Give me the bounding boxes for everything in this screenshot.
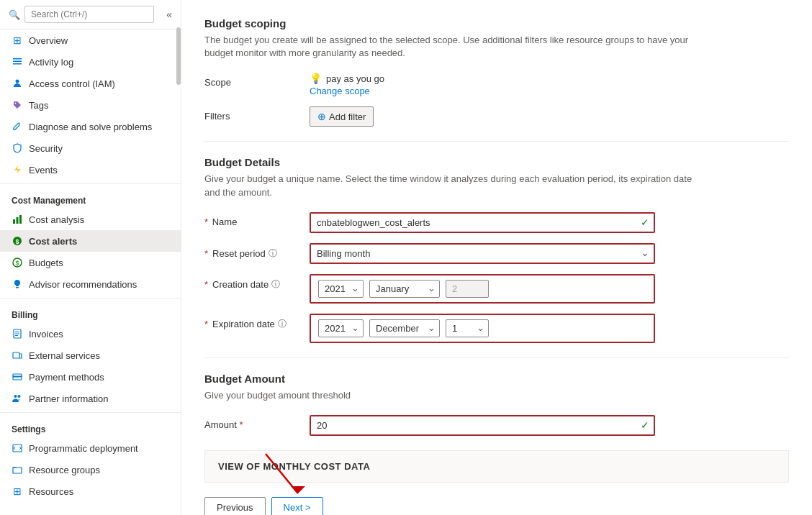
sidebar-item-label: Diagnose and solve problems <box>29 122 152 132</box>
sidebar-item-overview[interactable]: ⊞ Overview <box>0 29 181 51</box>
sidebar-item-cost-alerts[interactable]: $ Cost alerts <box>0 230 181 252</box>
sidebar-item-label: Invoices <box>29 329 63 339</box>
amount-input-wrapper: ✓ <box>310 415 655 436</box>
sidebar-item-label: Payment methods <box>29 372 104 383</box>
person-icon <box>12 78 23 89</box>
section-divider-2 <box>204 357 789 358</box>
dollar-icon: $ <box>12 235 23 247</box>
budget-scoping-desc: The budget you create will be assigned t… <box>204 34 708 60</box>
sidebar-item-resource-groups[interactable]: Resource groups <box>0 459 181 480</box>
sidebar-item-invoices[interactable]: Invoices <box>0 323 181 345</box>
sidebar-item-label: Resource groups <box>29 465 100 475</box>
lightbulb-icon <box>12 278 23 290</box>
expiration-date-row: * Expiration date ⓘ 2020 2021 2022 2023 <box>204 314 789 343</box>
sidebar-item-tags[interactable]: Tags <box>0 94 181 116</box>
folder-icon <box>12 464 23 475</box>
expiration-month-select[interactable]: January February March April May June Ju… <box>369 319 440 337</box>
grid-icon: ⊞ <box>12 35 23 46</box>
name-label: * Name <box>204 212 298 227</box>
scope-value-container: 💡 pay as you go Change scope <box>310 73 789 96</box>
scope-value: 💡 pay as you go <box>310 73 789 84</box>
sidebar-item-diagnose[interactable]: Diagnose and solve problems <box>0 116 181 137</box>
monthly-cost-container: VIEW OF MONTHLY COST DATA <box>204 450 789 483</box>
name-input-wrapper: ✓ <box>310 212 655 233</box>
svg-text:$: $ <box>15 260 19 267</box>
name-input[interactable] <box>310 212 655 233</box>
sidebar-nav: ⊞ Overview Activity log Access control (… <box>0 29 181 515</box>
sidebar-item-activity-log[interactable]: Activity log <box>0 51 181 73</box>
monthly-cost-title: VIEW OF MONTHLY COST DATA <box>218 461 775 472</box>
section-settings: Settings <box>0 416 181 437</box>
svg-point-20 <box>14 395 17 398</box>
sidebar-item-external-services[interactable]: External services <box>0 345 181 366</box>
svg-rect-7 <box>19 215 22 224</box>
svg-rect-22 <box>13 445 22 452</box>
sidebar-item-label: Partner information <box>29 393 109 404</box>
shield-icon <box>12 142 23 154</box>
partner-icon <box>12 393 23 404</box>
reset-period-select[interactable]: Billing month Monthly Quarterly Annually… <box>310 243 655 264</box>
change-scope-link[interactable]: Change scope <box>310 86 789 96</box>
sidebar: 🔍 « ⊞ Overview Activity log Access contr… <box>0 0 181 515</box>
svg-rect-16 <box>15 335 18 336</box>
filters-label: Filters <box>204 106 298 122</box>
amount-input[interactable] <box>310 415 655 436</box>
sidebar-item-label: Activity log <box>29 57 73 68</box>
sidebar-item-access-control[interactable]: Access control (IAM) <box>0 73 181 94</box>
expiration-year-select[interactable]: 2020 2021 2022 2023 <box>318 319 364 337</box>
sidebar-item-payment-methods[interactable]: Payment methods <box>0 366 181 388</box>
sidebar-item-label: Advisor recommendations <box>29 279 137 290</box>
sidebar-item-label: External services <box>29 350 100 361</box>
sidebar-item-resources[interactable]: ⊞ Resources <box>0 480 181 502</box>
budget-scoping-title: Budget scoping <box>204 17 789 29</box>
sidebar-item-label: Resources <box>29 486 73 497</box>
expiration-date-label: * Expiration date ⓘ <box>204 314 298 330</box>
sidebar-item-programmatic[interactable]: Programmatic deployment <box>0 437 181 459</box>
divider-settings <box>0 412 181 413</box>
add-filter-button[interactable]: ⊕ Add filter <box>310 106 374 127</box>
next-button[interactable]: Next > <box>271 497 323 515</box>
filters-row: Filters ⊕ Add filter <box>204 106 789 127</box>
creation-date-container: 2020 2021 2022 2023 January February Mar… <box>310 274 789 304</box>
sidebar-item-label: Overview <box>29 35 68 46</box>
expiration-date-container: 2020 2021 2022 2023 January February Mar… <box>310 314 789 343</box>
sidebar-item-label: Cost analysis <box>29 214 84 225</box>
search-input[interactable] <box>24 6 154 23</box>
sidebar-scrollbar[interactable] <box>176 27 181 85</box>
tag-icon <box>12 99 23 111</box>
section-divider <box>204 141 789 142</box>
previous-button[interactable]: Previous <box>204 497 266 515</box>
svg-text:$: $ <box>15 238 19 245</box>
divider-billing <box>0 298 181 298</box>
sidebar-item-security[interactable]: Security <box>0 137 181 159</box>
main-content: Budget scoping The budget you create wil… <box>181 0 812 515</box>
reset-period-row: * Reset period ⓘ Billing month Monthly Q… <box>204 243 789 264</box>
svg-point-4 <box>15 103 17 104</box>
svg-marker-24 <box>291 486 305 493</box>
creation-year-select[interactable]: 2020 2021 2022 2023 <box>318 280 364 298</box>
sidebar-item-label: Budgets <box>29 258 63 268</box>
filter-plus-icon: ⊕ <box>317 111 326 122</box>
expiration-date-row-inputs: 2020 2021 2022 2023 January February Mar… <box>310 314 655 343</box>
budget-details-desc: Give your budget a unique name. Select t… <box>204 173 708 199</box>
sidebar-item-partner-info[interactable]: Partner information <box>0 388 181 409</box>
creation-day-input[interactable] <box>446 280 489 298</box>
divider <box>0 183 181 184</box>
sidebar-item-cost-analysis[interactable]: Cost analysis <box>0 209 181 230</box>
sidebar-item-budgets[interactable]: $ Budgets <box>0 252 181 273</box>
expiration-year-wrapper: 2020 2021 2022 2023 <box>318 319 364 337</box>
navigation-buttons: Previous Next > <box>204 497 789 515</box>
budget-details-section: Budget Details Give your budget a unique… <box>204 156 789 342</box>
expiration-day-wrapper: 1 2 3 4 5 6 7 8 9 10 <box>446 319 489 337</box>
sidebar-item-advisor[interactable]: Advisor recommendations <box>0 273 181 295</box>
sidebar-item-label: Tags <box>29 100 48 111</box>
expiration-day-select[interactable]: 1 2 3 4 5 6 7 8 9 10 <box>446 319 489 337</box>
required-star: * <box>204 279 208 290</box>
creation-month-select[interactable]: January February March April May June Ju… <box>369 280 440 298</box>
sidebar-item-events[interactable]: Events <box>0 159 181 181</box>
invoices-icon <box>12 328 23 339</box>
collapse-button[interactable]: « <box>166 9 172 20</box>
svg-rect-19 <box>13 376 22 378</box>
amount-label: Amount * <box>204 415 298 430</box>
wrench-icon <box>12 121 23 132</box>
